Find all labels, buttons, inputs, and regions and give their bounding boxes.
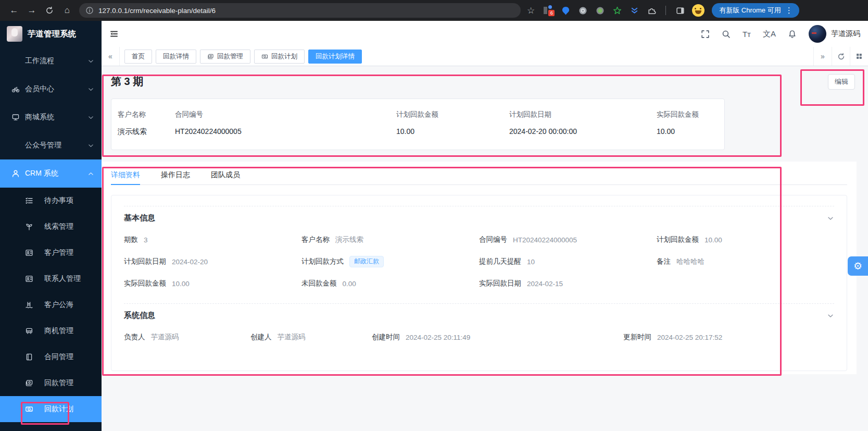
payment-method-tag: 邮政汇款 — [349, 256, 384, 267]
font-size-icon[interactable]: Tт — [743, 30, 751, 39]
chevron-down-icon — [87, 114, 94, 121]
sidebar-collapse-icon[interactable] — [109, 29, 119, 39]
notification-bell-icon[interactable] — [788, 30, 797, 39]
collapse-chevron-icon[interactable] — [827, 215, 834, 222]
storefront-icon — [11, 113, 20, 121]
tabs-scroll-right-icon[interactable]: » — [813, 47, 832, 66]
app-logo[interactable]: 芋道管理系统 — [0, 21, 102, 47]
sidebar-item-business-management[interactable]: 商机管理 — [0, 318, 102, 344]
tab-operation-log[interactable]: 操作日志 — [161, 170, 190, 185]
extension-blocker-icon[interactable]: 6 — [543, 5, 553, 16]
extension-balloon-icon[interactable] — [560, 5, 571, 16]
tabs-layout-icon[interactable] — [850, 47, 868, 66]
chevron-down-icon — [87, 86, 94, 93]
sidebar-item-receivable-plan[interactable]: 回款计划 — [0, 396, 102, 422]
field-planned-amount: 计划回款金额 10.00 — [657, 234, 834, 245]
tab-receivable-plan-detail[interactable]: 回款计划详情 — [308, 50, 362, 64]
app-header: Tт 文A 芋道源码 — [102, 21, 868, 47]
detail-box: 基本信息 期数 3 客户名称 演示线索 — [111, 195, 847, 371]
tab-team-members[interactable]: 团队成员 — [211, 170, 240, 185]
sidebar-item-customer-management[interactable]: 客户管理 — [0, 240, 102, 266]
sidebar-item-contract-management[interactable]: 合同管理 — [0, 344, 102, 370]
side-panel-icon[interactable] — [675, 5, 685, 16]
extension-double-chevron-icon[interactable] — [629, 5, 639, 16]
sidebar-item-customer-pool[interactable]: 客户公海 — [0, 292, 102, 318]
browser-back-icon[interactable]: ← — [5, 2, 23, 19]
sidebar-item-contact-management[interactable]: 联系人管理 — [0, 266, 102, 292]
browser-reload-icon[interactable] — [41, 2, 58, 19]
sidebar-item-official-account[interactable]: 公众号管理 — [0, 131, 102, 159]
todo-list-icon — [24, 196, 33, 205]
sidebar-item-member-center[interactable]: 会员中心 — [0, 75, 102, 103]
chrome-update-button[interactable]: 有新版 Chrome 可用 ⋮ — [712, 3, 799, 18]
extension-gray-orb-icon[interactable] — [577, 5, 588, 16]
field-planned-date: 计划回款日期 2024-02-20 — [124, 256, 301, 267]
tab-home[interactable]: 首页 — [124, 50, 152, 64]
url-text[interactable]: 127.0.0.1/crm/receivable-plan/detail/6 — [98, 7, 216, 15]
extension-green-star-icon[interactable] — [612, 5, 622, 16]
chrome-menu-icon[interactable]: ⋮ — [785, 6, 793, 15]
chevron-down-icon — [87, 58, 94, 65]
sidebar-item-todo[interactable]: 待办事项 — [0, 188, 102, 214]
summary-column: 计划回款日期 2024-02-20 00:00:00 — [509, 110, 657, 150]
bookmark-star-icon[interactable]: ☆ — [527, 5, 535, 16]
crm-submenu: 待办事项 线索管理 客户管理 联系人管理 客户公海 — [0, 188, 102, 422]
toolbar-separator — [665, 6, 666, 15]
fullscreen-icon[interactable] — [701, 30, 710, 39]
user-menu[interactable]: 芋道源码 — [809, 25, 860, 43]
field-actual-amount: 实际回款金额 10.00 — [124, 278, 301, 289]
sidebar-item-receivable-management[interactable]: 回款管理 — [0, 370, 102, 396]
basic-info-section: 基本信息 期数 3 客户名称 演示线索 — [124, 206, 834, 303]
extensions-puzzle-icon[interactable] — [646, 5, 657, 16]
field-actual-date: 实际回款日期 2024-02-15 — [479, 278, 657, 289]
summary-card: 客户名称 演示线索 合同编号 HT20240224000005 计划回款金额 1… — [111, 98, 725, 150]
collapse-chevron-icon[interactable] — [827, 312, 834, 319]
locale-icon[interactable]: 文A — [763, 29, 776, 39]
browser-home-icon[interactable]: ⌂ — [58, 2, 76, 19]
bicycle-icon — [11, 85, 20, 93]
avatar — [809, 25, 826, 43]
browser-chrome: ← → ⌂ 127.0.0.1/crm/receivable-plan/deta… — [0, 0, 868, 21]
search-icon[interactable] — [722, 30, 731, 39]
bus-icon — [24, 327, 33, 335]
username: 芋道源码 — [831, 29, 860, 39]
sidebar-item-workflow[interactable]: 工作流程 — [0, 47, 102, 75]
site-info-icon[interactable] — [85, 6, 94, 15]
banknote-icon — [261, 53, 268, 60]
page-tabbar: « 首页 回款详情 回款管理 回款计划 回款计划详情 » — [102, 47, 868, 66]
sidebar-item-mall-system[interactable]: 商城系统 — [0, 103, 102, 131]
payment-card-icon — [207, 53, 214, 60]
chevron-down-icon — [87, 142, 94, 149]
sprout-icon — [24, 223, 33, 231]
app-title: 芋道管理系统 — [28, 29, 76, 40]
sidebar-item-clue-management[interactable]: 线索管理 — [0, 214, 102, 240]
user-icon — [11, 169, 20, 178]
field-period: 期数 3 — [124, 234, 301, 245]
contacts-icon — [24, 275, 33, 283]
contact-card-icon — [24, 249, 33, 257]
chevron-up-icon — [87, 170, 94, 177]
address-bar[interactable]: 127.0.0.1/crm/receivable-plan/detail/6 — [79, 3, 521, 18]
summary-column: 合同编号 HT20240224000005 — [175, 110, 396, 150]
profile-avatar[interactable] — [692, 4, 705, 17]
field-create-time: 创建时间 2024-02-25 20:11:49 — [372, 331, 623, 343]
extension-green-orb-icon[interactable] — [595, 5, 605, 16]
field-owner: 负责人 芋道源码 — [124, 331, 250, 343]
theme-settings-gear-icon[interactable]: ⚙ — [848, 256, 868, 276]
tab-detail-info[interactable]: 详细资料 — [111, 170, 140, 185]
tab-receivable-detail[interactable]: 回款详情 — [156, 50, 196, 64]
edit-button[interactable]: 编辑 — [828, 74, 855, 90]
tab-receivable-plan[interactable]: 回款计划 — [254, 50, 305, 64]
tabs-scroll-left-icon[interactable]: « — [102, 47, 120, 66]
field-payment-method: 计划回款方式 邮政汇款 — [301, 256, 479, 267]
tab-receivable-management[interactable]: 回款管理 — [200, 50, 250, 64]
field-update-time: 更新时间 2024-02-25 20:17:52 — [623, 331, 834, 343]
sidebar-item-crm-system[interactable]: CRM 系统 — [0, 159, 102, 188]
logo-image — [7, 26, 22, 42]
field-remark: 备注 哈哈哈哈 — [657, 256, 834, 267]
contract-icon — [24, 353, 33, 361]
tabs-refresh-icon[interactable] — [832, 47, 850, 66]
browser-forward-icon[interactable]: → — [23, 2, 41, 19]
detail-tabs-card: 详细资料 操作日志 团队成员 基本信息 期数 — [102, 162, 857, 374]
field-unpaid-amount: 未回款金额 0.00 — [301, 278, 479, 289]
